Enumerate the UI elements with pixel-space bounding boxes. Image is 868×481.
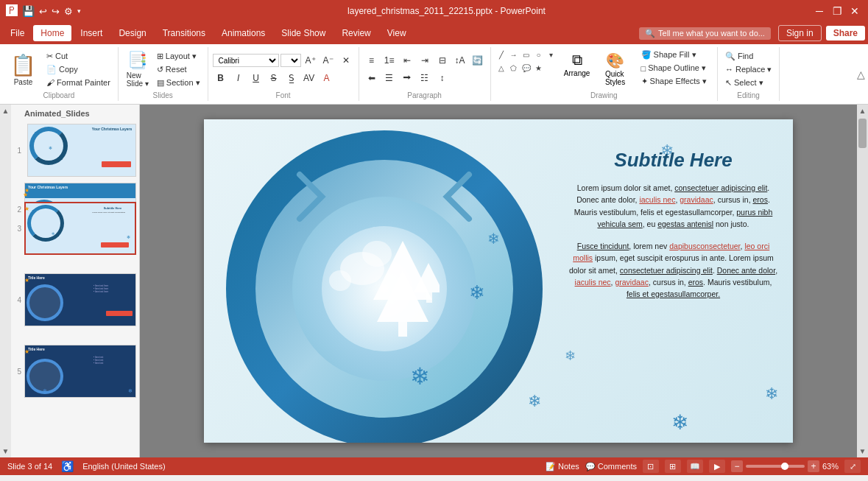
bold-button[interactable]: B [213,70,229,86]
quick-styles-button[interactable]: 🎨 QuickStyles [597,49,634,89]
ribbon-collapse[interactable]: △ [854,47,868,101]
menu-review[interactable]: Review [334,25,378,41]
decrease-indent-button[interactable]: ⇤ [399,52,415,69]
char-spacing-button[interactable]: AV [301,70,317,86]
customize-icon[interactable]: ⚙ [64,6,73,17]
menu-slideshow[interactable]: Slide Show [274,25,333,41]
right-scroll-thumb[interactable] [858,119,867,148]
columns-button[interactable]: ⊟ [434,52,451,69]
layout-button[interactable]: ⊞ Layout ▾ [154,50,203,63]
align-right-button[interactable]: ⮕ [399,70,415,86]
shape-callout[interactable]: 💬 [521,62,532,74]
canvas-area[interactable]: ❄ ❄ ❄ ❄ ❄ ❄ ❄ ❄ ❄ Subtitle Here Lorem ip… [140,105,857,457]
font-name-select[interactable]: Calibri [213,54,279,67]
right-scroll-up[interactable]: ▲ [857,105,868,117]
shape-rect[interactable]: ▭ [521,49,532,60]
reading-view-button[interactable]: 📖 [687,460,703,473]
shape-line[interactable]: ╱ [495,49,507,60]
text-direction-button[interactable]: ↕A [452,52,468,69]
zoom-plus-button[interactable]: + [808,460,819,472]
redo-icon[interactable]: ↪ [52,6,60,17]
replace-button[interactable]: ↔ Replace ▾ [722,63,775,76]
right-scrollbar[interactable]: ▲ ▼ [857,105,868,457]
arrange-button[interactable]: ⧉ Arrange [559,49,596,80]
select-button[interactable]: ↖ Select ▾ [722,77,775,89]
slide-thumbnail-3[interactable]: Subtitle Here Lorem ipsum dolor sit amet… [24,202,136,255]
slide-thumbnail-5[interactable]: Title Here • Item text• Item text• Item … [24,345,136,398]
decrease-font-button[interactable]: A⁻ [320,52,336,69]
para-row-1: ≡ 1≡ ⇤ ⇥ ⊟ ↕A 🔄 [364,52,486,69]
slide-star-1: ★ [23,192,28,198]
font-color-button[interactable]: A [319,70,335,86]
right-scroll-down[interactable]: ▼ [857,445,868,457]
circular-decoration [226,130,543,443]
slide-thumbnail-1[interactable]: Your Christmas Layers ❄ [27,124,136,177]
font-size-select[interactable]: 11 [280,54,301,67]
menu-insert[interactable]: Insert [73,25,110,41]
section-button[interactable]: ▤ Section ▾ [154,77,203,89]
reset-icon: ↺ [157,65,163,74]
menu-design[interactable]: Design [111,25,153,41]
find-button[interactable]: 🔍 Find [722,50,775,63]
scroll-up-arrow[interactable]: ▲ [0,105,11,117]
shape-oval[interactable]: ○ [533,49,545,60]
shape-outline-button[interactable]: □ Shape Outline ▾ [638,62,710,74]
cut-button[interactable]: ✂ Cut [43,50,113,63]
normal-view-button[interactable]: ⊡ [643,460,659,473]
shape-fill-button[interactable]: 🪣 Shape Fill ▾ [638,49,710,61]
menu-transitions[interactable]: Transitions [155,25,213,41]
comments-button[interactable]: 💬 Comments [585,462,637,471]
menu-file[interactable]: File [3,25,32,41]
increase-indent-button[interactable]: ⇥ [417,52,433,69]
font-group: Calibri 11 A⁺ A⁻ ✕ B I U S S̲ [208,47,359,101]
convert-button[interactable]: 🔄 [470,52,486,69]
justify-button[interactable]: ☷ [417,70,433,86]
minimize-button[interactable]: ─ [812,4,827,18]
bullets-button[interactable]: ≡ [364,52,380,69]
strikethrough-button[interactable]: S [266,70,282,86]
shape-outline-icon: □ [641,64,646,73]
shape-effects-button[interactable]: ✦ Shape Effects ▾ [638,75,710,88]
save-icon[interactable]: 💾 [22,5,35,17]
undo-icon[interactable]: ↩ [39,6,47,17]
slide-sorter-button[interactable]: ⊞ [665,460,681,473]
format-painter-button[interactable]: 🖌 Format Painter [43,77,113,88]
text-shadow-button[interactable]: S̲ [283,70,300,86]
zoom-slider[interactable] [746,465,805,468]
reset-button[interactable]: ↺ Reset [154,63,203,76]
numbering-button[interactable]: 1≡ [381,52,398,69]
menu-view[interactable]: View [380,25,414,41]
share-button[interactable]: Share [826,26,865,41]
zoom-minus-button[interactable]: − [731,460,743,472]
sign-in-button[interactable]: Sign in [778,25,822,41]
clear-format-button[interactable]: ✕ [338,52,354,69]
close-button[interactable]: ✕ [847,4,862,18]
underline-button[interactable]: U [248,70,264,86]
notes-button[interactable]: 📝 Notes [546,462,579,471]
snowflake-9: ❄ [565,348,576,364]
shape-arrow[interactable]: → [508,49,520,60]
italic-button[interactable]: I [230,70,247,86]
shape-star[interactable]: ★ [533,62,545,74]
slide-panel-scrollbar[interactable]: ▲ ▼ [0,105,11,457]
shape-pentagon[interactable]: ⬠ [508,62,520,74]
line-spacing-button[interactable]: ↕ [434,70,451,86]
menu-search[interactable]: 🔍 Tell me what you want to do... [639,27,771,40]
new-slide-button[interactable]: 📑 NewSlide ▾ [123,49,152,90]
paste-button[interactable]: 📋 Paste [4,50,42,89]
align-center-button[interactable]: ☰ [381,70,398,86]
shape-more[interactable]: ▾ [546,49,557,60]
fit-window-button[interactable]: ⤢ [844,460,861,473]
shape-triangle[interactable]: △ [495,62,507,74]
slide-thumbnail-4[interactable]: Title Here • Item text here• Item text h… [24,273,136,326]
menu-home[interactable]: Home [33,25,71,41]
accessibility-icon[interactable]: ♿ [61,460,74,472]
align-left-button[interactable]: ⬅ [364,70,380,86]
slideshow-button[interactable]: ▶ [709,460,725,473]
copy-button[interactable]: 📄 Copy [43,63,113,76]
increase-font-button[interactable]: A⁺ [303,52,319,69]
title-bar-controls: ─ ❐ ✕ [812,4,862,18]
scroll-down-arrow[interactable]: ▼ [0,445,11,457]
menu-animations[interactable]: Animations [214,25,272,41]
restore-button[interactable]: ❐ [830,4,844,18]
